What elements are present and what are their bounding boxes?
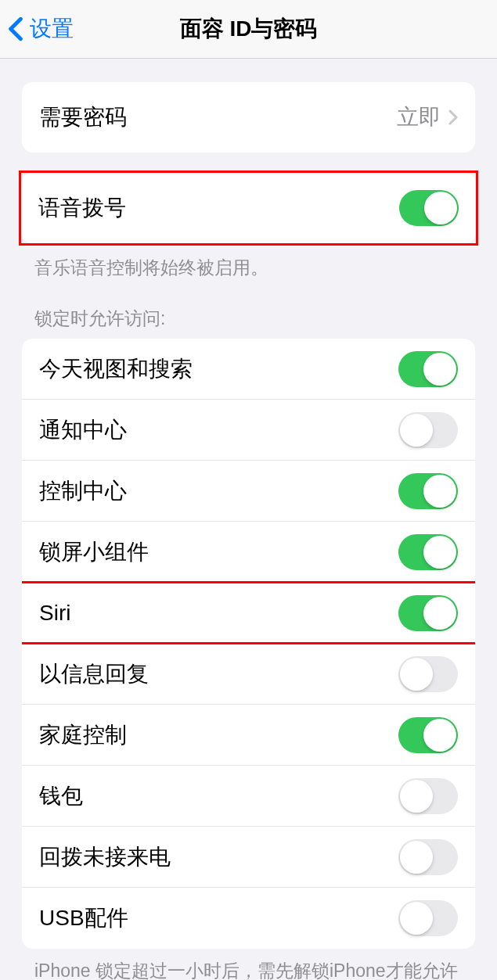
require-passcode-label: 需要密码 (39, 102, 127, 132)
navigation-header: 设置 面容 ID与密码 (0, 0, 497, 59)
back-label: 设置 (30, 14, 74, 44)
page-title: 面容 ID与密码 (180, 14, 318, 44)
voice-dial-row: 语音拨号 (21, 173, 476, 243)
lock-item-siri: Siri (22, 583, 475, 644)
lock-item-toggle[interactable] (398, 900, 458, 936)
lock-item-label: 以信息回复 (39, 659, 149, 689)
lock-item-label: 家庭控制 (39, 720, 127, 750)
lock-item-control-center: 控制中心 (22, 461, 475, 522)
lock-access-header: 锁定时允许访问: (0, 280, 497, 339)
lock-access-footer: iPhone 锁定超过一小时后，需先解锁iPhone才能允许USB 配件连接。 (0, 949, 497, 980)
toggle-knob (400, 841, 433, 874)
lock-item-lock-screen-widgets: 锁屏小组件 (22, 522, 475, 583)
lock-item-label: 控制中心 (39, 476, 127, 506)
toggle-knob (423, 353, 456, 386)
toggle-knob (423, 536, 456, 569)
lock-item-toggle[interactable] (398, 656, 458, 692)
toggle-knob (400, 414, 433, 447)
chevron-right-icon (448, 109, 458, 125)
require-passcode-value: 立即 (397, 102, 441, 132)
voice-dial-label: 语音拨号 (38, 193, 126, 223)
lock-item-notification-center: 通知中心 (22, 400, 475, 461)
lock-item-home-control: 家庭控制 (22, 705, 475, 766)
voice-dial-footer: 音乐语音控制将始终被启用。 (0, 246, 497, 280)
lock-item-toggle[interactable] (398, 351, 458, 387)
lock-item-label: Siri (39, 601, 70, 626)
require-passcode-row[interactable]: 需要密码 立即 (22, 82, 475, 153)
lock-item-label: 今天视图和搜索 (39, 354, 193, 384)
require-passcode-group: 需要密码 立即 (22, 82, 475, 153)
chevron-left-icon (8, 16, 23, 41)
lock-item-label: 钱包 (39, 781, 83, 811)
lock-access-group: 今天视图和搜索 通知中心 控制中心 锁屏小组件 Siri 以信息回复 家庭控制 (22, 339, 475, 949)
lock-item-label: 通知中心 (39, 415, 127, 445)
lock-item-wallet: 钱包 (22, 766, 475, 827)
voice-dial-group: 语音拨号 (21, 173, 476, 243)
toggle-knob (424, 192, 457, 224)
lock-item-toggle[interactable] (398, 595, 458, 631)
toggle-knob (423, 475, 456, 508)
require-passcode-value-wrap: 立即 (397, 102, 458, 132)
toggle-knob (400, 902, 433, 935)
lock-item-label: 回拨未接来电 (39, 842, 171, 872)
toggle-knob (400, 658, 433, 691)
back-button[interactable]: 设置 (0, 14, 74, 44)
lock-item-today-view: 今天视图和搜索 (22, 339, 475, 400)
highlight-voice-dial: 语音拨号 (19, 171, 478, 246)
lock-item-toggle[interactable] (398, 839, 458, 875)
toggle-knob (400, 780, 433, 813)
toggle-knob (423, 597, 456, 630)
lock-item-return-missed-calls: 回拨未接来电 (22, 827, 475, 888)
lock-item-reply-with-message: 以信息回复 (22, 644, 475, 705)
lock-item-toggle[interactable] (398, 473, 458, 509)
lock-item-usb-accessories: USB配件 (22, 888, 475, 949)
lock-item-toggle[interactable] (398, 778, 458, 814)
lock-item-label: USB配件 (39, 903, 128, 933)
lock-item-toggle[interactable] (398, 412, 458, 448)
lock-item-toggle[interactable] (398, 717, 458, 753)
voice-dial-toggle[interactable] (399, 190, 459, 226)
toggle-knob (423, 719, 456, 752)
lock-item-toggle[interactable] (398, 534, 458, 570)
lock-item-label: 锁屏小组件 (39, 537, 149, 567)
